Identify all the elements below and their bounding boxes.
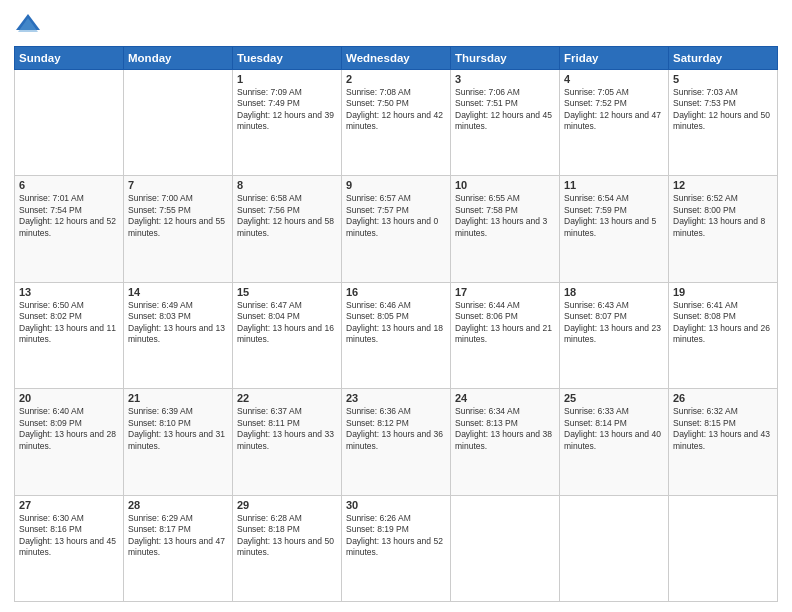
weekday-header-wednesday: Wednesday	[342, 47, 451, 70]
calendar-cell-week3-day1: 14Sunrise: 6:49 AM Sunset: 8:03 PM Dayli…	[124, 282, 233, 388]
day-number: 15	[237, 286, 337, 298]
day-number: 30	[346, 499, 446, 511]
day-number: 16	[346, 286, 446, 298]
day-info: Sunrise: 6:44 AM Sunset: 8:06 PM Dayligh…	[455, 300, 555, 346]
calendar-cell-week5-day2: 29Sunrise: 6:28 AM Sunset: 8:18 PM Dayli…	[233, 495, 342, 601]
day-info: Sunrise: 7:05 AM Sunset: 7:52 PM Dayligh…	[564, 87, 664, 133]
calendar-cell-week1-day5: 4Sunrise: 7:05 AM Sunset: 7:52 PM Daylig…	[560, 70, 669, 176]
logo	[14, 10, 46, 38]
calendar-cell-week1-day2: 1Sunrise: 7:09 AM Sunset: 7:49 PM Daylig…	[233, 70, 342, 176]
calendar-cell-week2-day2: 8Sunrise: 6:58 AM Sunset: 7:56 PM Daylig…	[233, 176, 342, 282]
calendar-cell-week2-day1: 7Sunrise: 7:00 AM Sunset: 7:55 PM Daylig…	[124, 176, 233, 282]
day-info: Sunrise: 7:08 AM Sunset: 7:50 PM Dayligh…	[346, 87, 446, 133]
day-info: Sunrise: 7:09 AM Sunset: 7:49 PM Dayligh…	[237, 87, 337, 133]
day-info: Sunrise: 6:37 AM Sunset: 8:11 PM Dayligh…	[237, 406, 337, 452]
calendar-week-1: 1Sunrise: 7:09 AM Sunset: 7:49 PM Daylig…	[15, 70, 778, 176]
day-info: Sunrise: 6:46 AM Sunset: 8:05 PM Dayligh…	[346, 300, 446, 346]
calendar-cell-week5-day3: 30Sunrise: 6:26 AM Sunset: 8:19 PM Dayli…	[342, 495, 451, 601]
calendar-week-4: 20Sunrise: 6:40 AM Sunset: 8:09 PM Dayli…	[15, 389, 778, 495]
day-info: Sunrise: 6:33 AM Sunset: 8:14 PM Dayligh…	[564, 406, 664, 452]
day-number: 12	[673, 179, 773, 191]
day-info: Sunrise: 6:28 AM Sunset: 8:18 PM Dayligh…	[237, 513, 337, 559]
calendar-table: SundayMondayTuesdayWednesdayThursdayFrid…	[14, 46, 778, 602]
day-number: 5	[673, 73, 773, 85]
weekday-header-tuesday: Tuesday	[233, 47, 342, 70]
day-number: 8	[237, 179, 337, 191]
day-info: Sunrise: 7:03 AM Sunset: 7:53 PM Dayligh…	[673, 87, 773, 133]
day-info: Sunrise: 6:39 AM Sunset: 8:10 PM Dayligh…	[128, 406, 228, 452]
day-info: Sunrise: 6:49 AM Sunset: 8:03 PM Dayligh…	[128, 300, 228, 346]
calendar-cell-week4-day3: 23Sunrise: 6:36 AM Sunset: 8:12 PM Dayli…	[342, 389, 451, 495]
day-info: Sunrise: 6:43 AM Sunset: 8:07 PM Dayligh…	[564, 300, 664, 346]
day-number: 28	[128, 499, 228, 511]
calendar-week-5: 27Sunrise: 6:30 AM Sunset: 8:16 PM Dayli…	[15, 495, 778, 601]
day-number: 25	[564, 392, 664, 404]
calendar-cell-week3-day6: 19Sunrise: 6:41 AM Sunset: 8:08 PM Dayli…	[669, 282, 778, 388]
day-number: 29	[237, 499, 337, 511]
day-info: Sunrise: 6:29 AM Sunset: 8:17 PM Dayligh…	[128, 513, 228, 559]
day-number: 23	[346, 392, 446, 404]
day-number: 3	[455, 73, 555, 85]
day-number: 6	[19, 179, 119, 191]
day-info: Sunrise: 6:58 AM Sunset: 7:56 PM Dayligh…	[237, 193, 337, 239]
day-info: Sunrise: 6:52 AM Sunset: 8:00 PM Dayligh…	[673, 193, 773, 239]
calendar-cell-week2-day6: 12Sunrise: 6:52 AM Sunset: 8:00 PM Dayli…	[669, 176, 778, 282]
calendar-cell-week1-day3: 2Sunrise: 7:08 AM Sunset: 7:50 PM Daylig…	[342, 70, 451, 176]
calendar-cell-week4-day0: 20Sunrise: 6:40 AM Sunset: 8:09 PM Dayli…	[15, 389, 124, 495]
day-info: Sunrise: 6:54 AM Sunset: 7:59 PM Dayligh…	[564, 193, 664, 239]
day-info: Sunrise: 6:36 AM Sunset: 8:12 PM Dayligh…	[346, 406, 446, 452]
day-info: Sunrise: 6:57 AM Sunset: 7:57 PM Dayligh…	[346, 193, 446, 239]
weekday-header-sunday: Sunday	[15, 47, 124, 70]
calendar-cell-week4-day6: 26Sunrise: 6:32 AM Sunset: 8:15 PM Dayli…	[669, 389, 778, 495]
day-number: 2	[346, 73, 446, 85]
day-number: 9	[346, 179, 446, 191]
day-info: Sunrise: 6:40 AM Sunset: 8:09 PM Dayligh…	[19, 406, 119, 452]
page: SundayMondayTuesdayWednesdayThursdayFrid…	[0, 0, 792, 612]
calendar-cell-week4-day5: 25Sunrise: 6:33 AM Sunset: 8:14 PM Dayli…	[560, 389, 669, 495]
day-info: Sunrise: 6:50 AM Sunset: 8:02 PM Dayligh…	[19, 300, 119, 346]
calendar-cell-week2-day0: 6Sunrise: 7:01 AM Sunset: 7:54 PM Daylig…	[15, 176, 124, 282]
calendar-cell-week5-day1: 28Sunrise: 6:29 AM Sunset: 8:17 PM Dayli…	[124, 495, 233, 601]
day-info: Sunrise: 6:32 AM Sunset: 8:15 PM Dayligh…	[673, 406, 773, 452]
calendar-week-3: 13Sunrise: 6:50 AM Sunset: 8:02 PM Dayli…	[15, 282, 778, 388]
header	[14, 10, 778, 38]
day-number: 18	[564, 286, 664, 298]
weekday-header-friday: Friday	[560, 47, 669, 70]
day-info: Sunrise: 6:47 AM Sunset: 8:04 PM Dayligh…	[237, 300, 337, 346]
calendar-cell-week2-day4: 10Sunrise: 6:55 AM Sunset: 7:58 PM Dayli…	[451, 176, 560, 282]
day-number: 11	[564, 179, 664, 191]
day-number: 27	[19, 499, 119, 511]
day-number: 7	[128, 179, 228, 191]
day-number: 24	[455, 392, 555, 404]
calendar-cell-week5-day0: 27Sunrise: 6:30 AM Sunset: 8:16 PM Dayli…	[15, 495, 124, 601]
day-number: 4	[564, 73, 664, 85]
calendar-cell-week4-day4: 24Sunrise: 6:34 AM Sunset: 8:13 PM Dayli…	[451, 389, 560, 495]
calendar-cell-week3-day3: 16Sunrise: 6:46 AM Sunset: 8:05 PM Dayli…	[342, 282, 451, 388]
weekday-header-thursday: Thursday	[451, 47, 560, 70]
day-number: 1	[237, 73, 337, 85]
calendar-cell-week1-day4: 3Sunrise: 7:06 AM Sunset: 7:51 PM Daylig…	[451, 70, 560, 176]
calendar-cell-week4-day1: 21Sunrise: 6:39 AM Sunset: 8:10 PM Dayli…	[124, 389, 233, 495]
logo-icon	[14, 10, 42, 38]
day-info: Sunrise: 6:55 AM Sunset: 7:58 PM Dayligh…	[455, 193, 555, 239]
day-number: 13	[19, 286, 119, 298]
day-info: Sunrise: 6:30 AM Sunset: 8:16 PM Dayligh…	[19, 513, 119, 559]
day-number: 19	[673, 286, 773, 298]
calendar-cell-week3-day2: 15Sunrise: 6:47 AM Sunset: 8:04 PM Dayli…	[233, 282, 342, 388]
day-info: Sunrise: 7:01 AM Sunset: 7:54 PM Dayligh…	[19, 193, 119, 239]
calendar-cell-week5-day4	[451, 495, 560, 601]
day-number: 20	[19, 392, 119, 404]
calendar-cell-week1-day6: 5Sunrise: 7:03 AM Sunset: 7:53 PM Daylig…	[669, 70, 778, 176]
day-number: 26	[673, 392, 773, 404]
weekday-header-saturday: Saturday	[669, 47, 778, 70]
calendar-cell-week2-day5: 11Sunrise: 6:54 AM Sunset: 7:59 PM Dayli…	[560, 176, 669, 282]
day-number: 17	[455, 286, 555, 298]
calendar-cell-week1-day1	[124, 70, 233, 176]
calendar-cell-week4-day2: 22Sunrise: 6:37 AM Sunset: 8:11 PM Dayli…	[233, 389, 342, 495]
day-number: 22	[237, 392, 337, 404]
day-info: Sunrise: 6:34 AM Sunset: 8:13 PM Dayligh…	[455, 406, 555, 452]
calendar-header-row: SundayMondayTuesdayWednesdayThursdayFrid…	[15, 47, 778, 70]
calendar-cell-week5-day5	[560, 495, 669, 601]
day-info: Sunrise: 6:26 AM Sunset: 8:19 PM Dayligh…	[346, 513, 446, 559]
day-info: Sunrise: 7:06 AM Sunset: 7:51 PM Dayligh…	[455, 87, 555, 133]
